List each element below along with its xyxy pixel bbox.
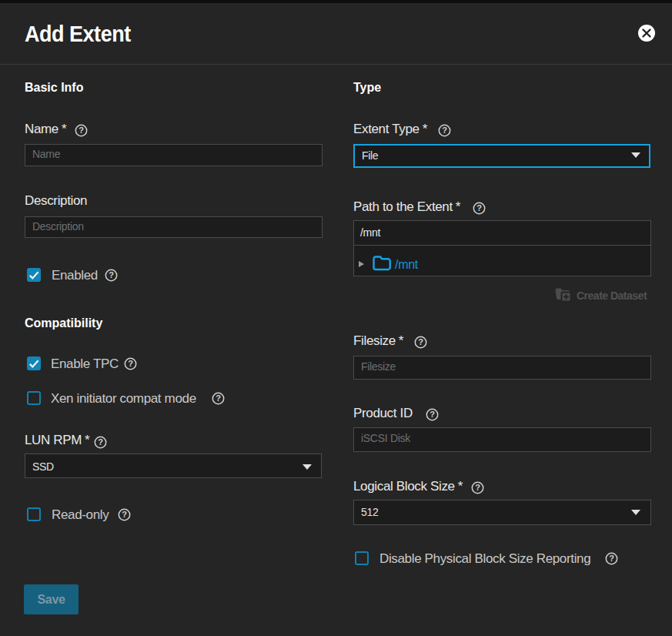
svg-text:?: ? xyxy=(476,203,482,213)
svg-text:?: ? xyxy=(122,510,127,519)
svg-text:?: ? xyxy=(418,337,423,346)
svg-text:?: ? xyxy=(216,393,221,403)
svg-text:?: ? xyxy=(128,359,133,368)
svg-text:?: ? xyxy=(442,126,447,135)
svg-text:?: ? xyxy=(430,410,435,419)
svg-text:?: ? xyxy=(79,126,84,135)
svg-text:?: ? xyxy=(475,483,480,492)
svg-text:?: ? xyxy=(98,437,103,447)
svg-text:?: ? xyxy=(609,554,614,563)
svg-text:?: ? xyxy=(109,270,114,280)
